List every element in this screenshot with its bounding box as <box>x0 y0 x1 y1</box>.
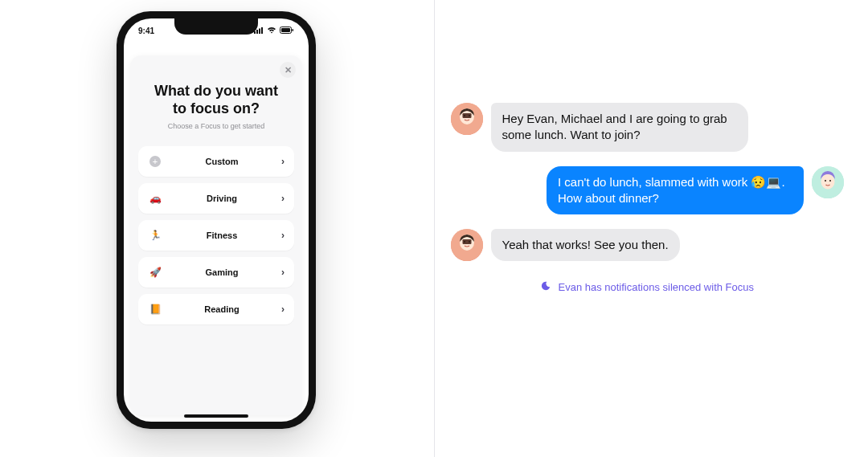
signal-icon <box>254 27 264 35</box>
svg-rect-1 <box>256 30 258 34</box>
runner-icon: 🏃 <box>148 228 162 243</box>
focus-row-fitness[interactable]: 🏃 Fitness › <box>138 220 294 251</box>
left-panel: 9:41 ✕ <box>0 0 434 457</box>
svg-point-20 <box>469 241 470 243</box>
focus-row-gaming[interactable]: 🚀 Gaming › <box>138 257 294 288</box>
sheet-title-line2: to focus on? <box>173 100 260 116</box>
svg-rect-5 <box>281 28 290 32</box>
avatar-contact[interactable] <box>451 229 483 261</box>
svg-rect-3 <box>261 27 263 34</box>
chevron-right-icon: › <box>281 267 285 278</box>
phone-screen: 9:41 ✕ <box>124 18 309 422</box>
wifi-icon <box>267 27 276 35</box>
focus-silence-notice: Evan has notifications silenced with Foc… <box>451 280 845 294</box>
focus-row-reading[interactable]: 📙 Reading › <box>138 294 294 324</box>
focus-sheet: ✕ What do you want to focus on? Choose a… <box>130 55 302 415</box>
svg-point-19 <box>464 241 465 243</box>
status-time: 9:41 <box>138 27 154 35</box>
focus-label: Gaming <box>162 267 281 277</box>
message-row-in: Yeah that works! See you then. <box>451 229 845 261</box>
focus-label: Fitness <box>162 231 281 240</box>
svg-point-14 <box>825 180 826 182</box>
focus-row-custom[interactable]: + Custom › <box>138 146 294 177</box>
svg-point-15 <box>829 180 831 182</box>
book-icon: 📙 <box>148 302 162 316</box>
chevron-right-icon: › <box>281 304 285 315</box>
message-bubble-out[interactable]: I can't do lunch, slammed with work 😥💻. … <box>547 166 804 215</box>
svg-point-11 <box>469 115 470 116</box>
svg-rect-0 <box>254 31 256 34</box>
conversation: Hey Evan, Michael and I are going to gra… <box>451 103 845 294</box>
message-row-in: Hey Evan, Michael and I are going to gra… <box>451 103 845 152</box>
svg-point-13 <box>821 173 835 189</box>
status-indicators <box>254 27 294 35</box>
chevron-right-icon: › <box>281 156 285 167</box>
message-bubble-in[interactable]: Yeah that works! See you then. <box>491 229 680 261</box>
sheet-title-line1: What do you want <box>154 83 278 99</box>
car-icon: 🚗 <box>148 191 162 206</box>
iphone-mock: 9:41 ✕ <box>117 11 316 429</box>
focus-label: Driving <box>162 194 281 203</box>
plus-icon: + <box>148 154 162 169</box>
sheet-title: What do you want to focus on? <box>138 83 294 117</box>
message-row-out: I can't do lunch, slammed with work 😥💻. … <box>451 166 845 215</box>
avatar-self[interactable] <box>812 166 844 198</box>
chevron-right-icon: › <box>281 193 285 204</box>
focus-label: Reading <box>162 304 281 314</box>
focus-label: Custom <box>162 157 281 166</box>
home-indicator[interactable] <box>184 414 248 418</box>
chevron-right-icon: › <box>281 230 285 241</box>
right-panel: Hey Evan, Michael and I are going to gra… <box>435 0 869 457</box>
sheet-subtitle: Choose a Focus to get started <box>138 122 294 130</box>
svg-point-10 <box>464 115 465 116</box>
focus-list: + Custom › 🚗 Driving › 🏃 Fitness › <box>138 146 294 324</box>
close-button[interactable]: ✕ <box>280 62 296 78</box>
battery-icon <box>280 27 294 35</box>
rocket-icon: 🚀 <box>148 265 162 280</box>
moon-icon <box>540 280 551 294</box>
status-bar: 9:41 <box>124 18 309 43</box>
svg-rect-2 <box>259 28 260 34</box>
svg-rect-6 <box>293 29 294 31</box>
message-bubble-in[interactable]: Hey Evan, Michael and I are going to gra… <box>491 103 748 152</box>
focus-silence-text: Evan has notifications silenced with Foc… <box>558 281 754 293</box>
avatar-contact[interactable] <box>451 103 483 135</box>
focus-row-driving[interactable]: 🚗 Driving › <box>138 183 294 214</box>
